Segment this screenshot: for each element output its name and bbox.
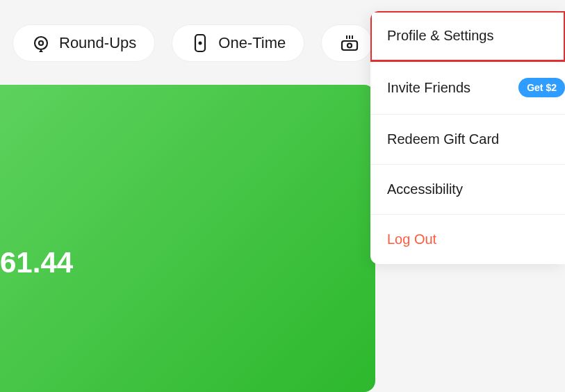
balance-value: 61.44 — [0, 246, 73, 279]
round-ups-icon — [31, 33, 51, 53]
menu-invite-friends[interactable]: Invite Friends Get $2 — [370, 61, 565, 115]
menu-accessibility-label: Accessibility — [387, 181, 463, 197]
one-time-button[interactable]: One-Time — [172, 24, 304, 62]
account-dropdown: Profile & Settings Invite Friends Get $2… — [370, 11, 565, 264]
one-time-label: One-Time — [218, 34, 286, 52]
svg-rect-4 — [342, 41, 357, 50]
round-ups-label: Round-Ups — [59, 34, 136, 52]
svg-point-3 — [199, 42, 202, 45]
menu-accessibility[interactable]: Accessibility — [370, 165, 565, 215]
menu-profile-settings-label: Profile & Settings — [387, 28, 493, 44]
balance-panel — [0, 85, 375, 392]
menu-redeem-gift-card[interactable]: Redeem Gift Card — [370, 115, 565, 165]
menu-invite-friends-label: Invite Friends — [387, 80, 470, 96]
invite-friends-badge: Get $2 — [518, 78, 565, 97]
round-ups-button[interactable]: Round-Ups — [13, 24, 155, 62]
menu-profile-settings[interactable]: Profile & Settings — [370, 11, 565, 61]
deposit-button[interactable] — [321, 24, 372, 62]
svg-point-5 — [347, 44, 352, 48]
menu-redeem-gift-card-label: Redeem Gift Card — [387, 131, 499, 147]
menu-log-out[interactable]: Log Out — [370, 215, 565, 264]
svg-point-1 — [39, 41, 43, 45]
menu-log-out-label: Log Out — [387, 231, 436, 247]
svg-point-0 — [35, 37, 47, 49]
deposit-icon — [340, 33, 359, 53]
one-time-icon — [190, 33, 210, 53]
